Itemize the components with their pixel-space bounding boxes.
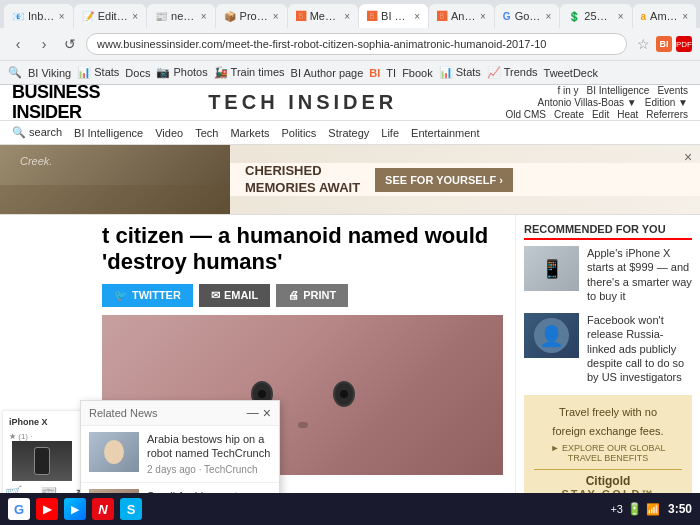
tab-label: BI Vi.. [381, 10, 410, 22]
rec-image-1: 📱 [524, 246, 579, 291]
bookmarks-bar: 🔍 BI Viking 📊 Stats Docs 📷 Photos 🚂 Trai… [0, 60, 700, 84]
sec-nav-entertainment[interactable]: Entertainment [411, 127, 479, 139]
tab-close-icon[interactable]: × [273, 11, 279, 22]
bookmark-star-icon[interactable]: ☆ [637, 36, 650, 52]
nav-edition[interactable]: Edition ▼ [645, 97, 688, 108]
bookmark-stats2[interactable]: 📊 Stats [439, 66, 481, 79]
taskbar-skype[interactable]: S [120, 498, 142, 520]
sec-nav-life[interactable]: Life [381, 127, 399, 139]
tab-label: Amaz [650, 10, 678, 22]
tab-favicon: 📰 [155, 11, 167, 22]
battery-icon: 🔋 [627, 502, 642, 516]
sec-nav-bi-intel[interactable]: BI Intelligence [74, 127, 143, 139]
print-button[interactable]: 🖨 PRINT [276, 284, 348, 307]
url-text: www.businessinsider.com/meet-the-first-r… [97, 38, 546, 50]
twitter-icon: 🐦 [114, 289, 128, 302]
bookmark-photos[interactable]: 📷 Photos [156, 66, 207, 79]
bookmark-stats[interactable]: 📊 Stats [77, 66, 119, 79]
sec-nav-politics[interactable]: Politics [282, 127, 317, 139]
sidebar-ad-sub[interactable]: ► EXPLORE OUR GLOBAL TRAVEL BENEFITS [534, 443, 682, 463]
taskbar-youtube[interactable]: ▶ [36, 498, 58, 520]
nav-events[interactable]: Events [657, 85, 688, 96]
tab-close-icon[interactable]: × [344, 11, 350, 22]
tab-label: Goog [515, 10, 542, 22]
bookmark-fbook[interactable]: Fbook [402, 67, 433, 79]
ad-text-area: CHERISHED MEMORIES AWAIT SEE FOR YOURSEL… [230, 163, 700, 197]
nav-right-bottom: Antonio Villas-Boas ▼ Edition ▼ [538, 97, 688, 108]
bookmark-ti[interactable]: TI [386, 67, 396, 79]
nav-heat[interactable]: Heat [617, 109, 638, 120]
bookmark-train[interactable]: 🚂 Train times [214, 66, 285, 79]
tab-news[interactable]: 📰 news × [147, 4, 214, 28]
ad-close-button[interactable]: × [680, 149, 696, 165]
sec-nav-search[interactable]: 🔍 search [12, 126, 62, 139]
bookmark-author[interactable]: BI Author page [291, 67, 364, 79]
tab-close-icon[interactable]: × [201, 11, 207, 22]
forward-button[interactable]: › [34, 34, 54, 54]
bookmark-trends[interactable]: 📈 Trends [487, 66, 538, 79]
tab-250c[interactable]: 💲 250 C × [560, 4, 631, 28]
nav-create[interactable]: Create [554, 109, 584, 120]
extension-bi-icon[interactable]: BI [656, 36, 672, 52]
tab-close-icon[interactable]: × [682, 11, 688, 22]
popup-minimize-button[interactable]: — [247, 405, 259, 421]
popup-item-text-1: Arabia bestows hip on a robot named Tech… [147, 432, 271, 476]
taskbar-netflix[interactable]: N [92, 498, 114, 520]
back-button[interactable]: ‹ [8, 34, 28, 54]
taskbar-play[interactable]: ▶ [64, 498, 86, 520]
play-store-icon: ▶ [71, 503, 79, 516]
tab-close-icon[interactable]: × [546, 11, 552, 22]
tab-close-icon[interactable]: × [132, 11, 138, 22]
bookmark-tweetdeck[interactable]: TweetDeck [544, 67, 598, 79]
tab-meet[interactable]: 🅱 Meet.. × [288, 4, 358, 28]
tab-inbox[interactable]: 📧 Inbox × [4, 4, 73, 28]
ad-cta-button[interactable]: SEE FOR YOURSELF › [375, 168, 513, 192]
sidebar-ad-line2: foreign exchange fees. [534, 424, 682, 439]
netflix-icon: N [98, 502, 107, 517]
popup-item-image [89, 432, 139, 472]
sec-nav-video[interactable]: Video [155, 127, 183, 139]
twitter-share-button[interactable]: 🐦 TWITTER [102, 284, 193, 307]
email-share-button[interactable]: ✉ EMAIL [199, 284, 270, 307]
url-input[interactable]: www.businessinsider.com/meet-the-first-r… [86, 33, 627, 55]
tab-label: 250 C [584, 10, 613, 22]
popup-close-button[interactable]: × [263, 405, 271, 421]
tab-editec[interactable]: 📝 Editec × [74, 4, 146, 28]
nav-bottom-links: Old CMS Create Edit Heat Referrers [505, 109, 688, 120]
popup-item-meta-1: 2 days ago · TechCrunch [147, 463, 271, 476]
tab-label: news [171, 10, 197, 22]
site-logo[interactable]: BUSINESS INSIDER [12, 85, 100, 122]
tab-close-icon[interactable]: × [618, 11, 624, 22]
nav-bi-intelligence[interactable]: BI Intelligence [587, 85, 650, 96]
taskbar-time: 3:50 [668, 502, 692, 516]
tab-amazon[interactable]: a Amaz × [633, 4, 696, 28]
bookmark-bi[interactable]: BI [369, 67, 380, 79]
nav-user[interactable]: Antonio Villas-Boas ▼ [538, 97, 637, 108]
reload-button[interactable]: ↺ [60, 34, 80, 54]
extension-pdf-icon[interactable]: PDF [676, 36, 692, 52]
sec-nav-strategy[interactable]: Strategy [328, 127, 369, 139]
sec-nav-markets[interactable]: Markets [230, 127, 269, 139]
sec-nav-tech[interactable]: Tech [195, 127, 218, 139]
tab-close-icon[interactable]: × [414, 11, 420, 22]
rec-text-1[interactable]: Apple's iPhone X starts at $999 — and th… [587, 246, 692, 303]
widget-title: iPhone X [9, 417, 75, 428]
bookmark-viking[interactable]: BI Viking [28, 67, 71, 79]
tab-label: Antoi [451, 10, 476, 22]
tab-close-icon[interactable]: × [480, 11, 486, 22]
taskbar-google[interactable]: G [8, 498, 30, 520]
bookmark-docs[interactable]: Docs [125, 67, 150, 79]
rec-text-2[interactable]: Facebook won't release Russia-linked ads… [587, 313, 692, 384]
tab-google[interactable]: G Goog × [495, 4, 560, 28]
tab-close-icon[interactable]: × [59, 11, 65, 22]
tab-bi-active[interactable]: 🅱 BI Vi.. × [359, 4, 428, 28]
bookmark-search[interactable]: 🔍 [8, 66, 22, 79]
nav-referrers[interactable]: Referrers [646, 109, 688, 120]
tab-label: Meet.. [310, 10, 341, 22]
tab-antonio[interactable]: 🅱 Antoi × [429, 4, 494, 28]
nav-edit[interactable]: Edit [592, 109, 609, 120]
nav-old-cms[interactable]: Old CMS [505, 109, 546, 120]
tab-products[interactable]: 📦 Produ × [216, 4, 287, 28]
rec-item-2: 👤 Facebook won't release Russia-linked a… [524, 313, 692, 384]
tab-favicon: 🅱 [437, 11, 447, 22]
